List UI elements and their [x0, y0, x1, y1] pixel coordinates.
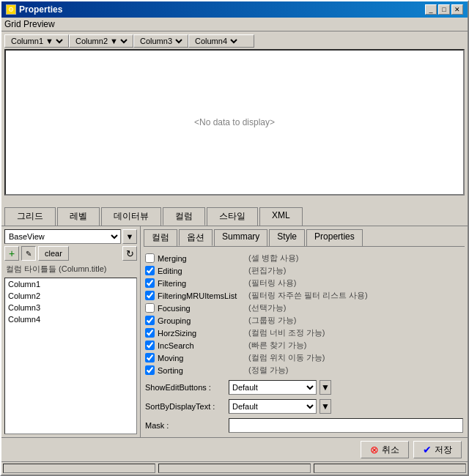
checkbox-focusing[interactable] — [145, 303, 155, 313]
checkbox-filteringmru[interactable] — [145, 291, 155, 300]
tab-column[interactable]: 컬럼 — [163, 207, 205, 226]
col-header-4[interactable]: Column4 — [188, 34, 254, 48]
save-label: 저장 — [435, 444, 452, 456]
label-focusing: Focusing — [158, 304, 245, 313]
baseview-dropdown[interactable]: BaseView — [4, 229, 121, 244]
save-button[interactable]: ✔ 저장 — [413, 441, 462, 458]
close-button[interactable]: ✕ — [451, 4, 463, 15]
maximize-button[interactable]: □ — [438, 4, 450, 15]
desc-incsearch: (빠른 찾기 가능) — [248, 340, 306, 351]
list-item-col1[interactable]: Column1 — [5, 278, 136, 290]
tab-level[interactable]: 레벨 — [57, 207, 100, 226]
column-headers: Column1 ▼ Column2 ▼ Column3 Column4 — [4, 34, 465, 48]
tab-sub-style[interactable]: Style — [269, 229, 305, 246]
column-list: Column1 Column2 Column3 Column4 — [4, 278, 137, 434]
label-horzsizing: HorzSizing — [158, 329, 245, 338]
checkbox-incsearch[interactable] — [145, 341, 155, 350]
checkbox-merging[interactable] — [145, 253, 155, 263]
label-moving: Moving — [158, 354, 245, 362]
checkbox-horzsizing[interactable] — [145, 328, 155, 338]
checkbox-filtering[interactable] — [145, 278, 155, 288]
col-select-1[interactable]: Column1 ▼ — [8, 36, 65, 46]
desc-grouping: (그룹핑 가능) — [248, 315, 296, 326]
field-select-showeditbuttons[interactable]: Default — [229, 380, 317, 395]
checkbox-moving[interactable] — [145, 353, 155, 362]
status-section-3 — [314, 464, 466, 473]
save-icon: ✔ — [423, 444, 432, 455]
tab-grid[interactable]: 그리드 — [4, 207, 56, 226]
checkbox-grouping[interactable] — [145, 316, 155, 325]
tab-sub-summary[interactable]: Summary — [214, 229, 267, 246]
sortbydisplaytext-arrow[interactable]: ▼ — [320, 399, 331, 414]
field-label-sortbydisplaytext: SortByDisplayText : — [145, 402, 226, 411]
option-moving: Moving (컬럼 위치 이동 가능) — [145, 352, 463, 363]
label-incsearch: IncSearch — [158, 341, 245, 350]
dropdown-arrow-btn[interactable]: ▼ — [122, 229, 137, 244]
col-select-2[interactable]: Column2 ▼ — [73, 36, 130, 46]
checkbox-editing[interactable] — [145, 266, 155, 275]
col-select-4[interactable]: Column4 — [192, 36, 240, 46]
list-item-col2[interactable]: Column2 — [5, 290, 136, 302]
clear-btn[interactable]: clear — [38, 246, 69, 261]
baseview-row: BaseView ▼ — [4, 229, 137, 244]
desc-horzsizing: (컬럼 너비 조정 가능) — [248, 327, 325, 338]
desc-filtering: (필터링 사용) — [248, 278, 296, 289]
grid-data-area: <No data to display> — [4, 49, 465, 196]
col-header-2[interactable]: Column2 ▼ — [69, 34, 133, 48]
label-grouping: Grouping — [158, 316, 245, 325]
desc-moving: (컬럼 위치 이동 가능) — [248, 352, 325, 363]
cancel-label: 취소 — [382, 444, 399, 456]
option-sorting: Sorting (정렬 가능) — [145, 365, 463, 376]
col-header-3[interactable]: Column3 — [133, 34, 188, 48]
col-select-3[interactable]: Column3 — [137, 36, 185, 46]
option-merging: Merging (셀 병합 사용) — [145, 253, 463, 264]
spacer — [1, 198, 468, 204]
option-horzsizing: HorzSizing (컬럼 너비 조정 가능) — [145, 327, 463, 338]
status-section-1 — [3, 464, 155, 473]
left-panel: BaseView ▼ + ✎ clear ↻ 컬럼 타이틀들 (Column.t… — [1, 226, 141, 437]
sub-tabs: 컬럼 옵션 Summary Style Properties — [144, 229, 465, 247]
status-section-2 — [158, 464, 311, 473]
edit-btn[interactable]: ✎ — [21, 246, 36, 261]
option-incsearch: IncSearch (빠른 찾기 가능) — [145, 340, 463, 351]
showeditbuttons-arrow[interactable]: ▼ — [320, 380, 331, 395]
label-sorting: Sorting — [158, 366, 245, 375]
title-bar: ⚙ Properties _ □ ✕ — [1, 1, 468, 18]
right-panel: 컬럼 옵션 Summary Style Properties Merging (… — [141, 226, 468, 437]
tab-sub-col[interactable]: 컬럼 — [144, 229, 177, 246]
option-editing: Editing (편집가능) — [145, 265, 463, 276]
list-item-col3[interactable]: Column3 — [5, 302, 136, 313]
tab-xml[interactable]: XML — [259, 207, 303, 226]
option-filtering: Filtering (필터링 사용) — [145, 278, 463, 289]
field-input-mask[interactable] — [229, 418, 463, 433]
tab-dataview[interactable]: 데이터뷰 — [101, 207, 161, 226]
tab-sub-properties[interactable]: Properties — [306, 229, 363, 246]
field-label-showeditbuttons: ShowEditButtons : — [145, 383, 226, 392]
minimize-button[interactable]: _ — [425, 4, 437, 15]
no-data-text: <No data to display> — [194, 117, 275, 127]
add-btn[interactable]: + — [4, 246, 19, 261]
desc-sorting: (정렬 가능) — [248, 365, 288, 376]
cancel-icon: ⊗ — [370, 444, 379, 455]
btn-row: + ✎ clear ↻ — [4, 246, 137, 261]
col-header-1[interactable]: Column1 ▼ — [4, 34, 69, 48]
tab-style[interactable]: 스타일 — [207, 207, 258, 226]
label-merging: Merging — [158, 254, 245, 263]
label-filtering: Filtering — [158, 279, 245, 288]
grid-preview-area: Column1 ▼ Column2 ▼ Column3 Column4 <No … — [1, 31, 468, 198]
menu-bar-label: Grid Preview — [4, 19, 55, 29]
option-grouping: Grouping (그룹핑 가능) — [145, 315, 463, 326]
list-item-col4[interactable]: Column4 — [5, 313, 136, 325]
title-bar-left: ⚙ Properties — [6, 4, 62, 15]
option-filteringmru: FilteringMRUItemsList (필터링 자주쓴 필터 리스트 사용… — [145, 290, 463, 301]
bottom-bar: ⊗ 취소 ✔ 저장 — [1, 437, 468, 461]
desc-merging: (셀 병합 사용) — [248, 253, 298, 264]
field-sortbydisplaytext: SortByDisplayText : Default ▼ — [145, 399, 463, 414]
title-buttons: _ □ ✕ — [425, 4, 463, 15]
tab-sub-option[interactable]: 옵션 — [179, 229, 213, 246]
field-label-mask: Mask : — [145, 421, 226, 430]
refresh-btn[interactable]: ↻ — [122, 246, 137, 261]
cancel-button[interactable]: ⊗ 취소 — [361, 441, 409, 458]
checkbox-sorting[interactable] — [145, 365, 155, 375]
field-select-sortbydisplaytext[interactable]: Default — [229, 399, 317, 414]
